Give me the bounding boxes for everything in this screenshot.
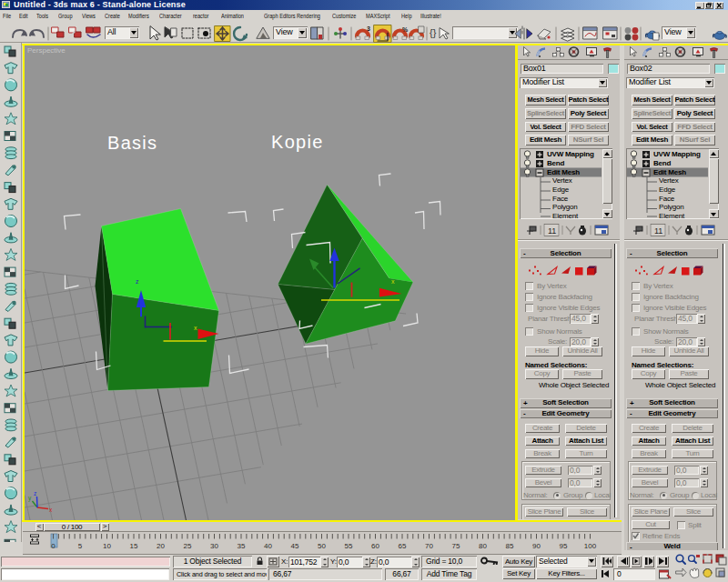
svg-text:25: 25 bbox=[183, 541, 191, 549]
svg-text:x: x bbox=[391, 278, 395, 285]
svg-text:z: z bbox=[136, 278, 139, 285]
svg-text:80: 80 bbox=[479, 541, 487, 549]
svg-text:95: 95 bbox=[559, 541, 567, 549]
svg-text:z: z bbox=[34, 490, 36, 497]
svg-text:15: 15 bbox=[129, 541, 137, 549]
svg-text:55: 55 bbox=[344, 541, 352, 549]
svg-text:11: 11 bbox=[548, 226, 556, 235]
svg-text:35: 35 bbox=[237, 541, 245, 549]
svg-text:75: 75 bbox=[451, 541, 460, 549]
svg-text:x: x bbox=[49, 507, 53, 513]
svg-text:60: 60 bbox=[371, 541, 379, 549]
svg-text:45: 45 bbox=[290, 541, 298, 549]
svg-text:70: 70 bbox=[425, 541, 433, 549]
svg-text:x: x bbox=[194, 325, 197, 331]
svg-text:85: 85 bbox=[505, 541, 513, 549]
svg-text:100: 100 bbox=[583, 541, 596, 549]
svg-text:65: 65 bbox=[398, 541, 406, 549]
svg-text:5: 5 bbox=[77, 541, 82, 549]
svg-text:40: 40 bbox=[264, 541, 272, 549]
svg-text:30: 30 bbox=[210, 541, 218, 549]
svg-text:50: 50 bbox=[318, 541, 326, 549]
svg-text:11: 11 bbox=[654, 226, 662, 235]
svg-text:20: 20 bbox=[157, 541, 165, 549]
svg-text:y: y bbox=[28, 495, 32, 502]
svg-text:90: 90 bbox=[532, 541, 541, 549]
svg-text:10: 10 bbox=[103, 541, 111, 549]
svg-text:0: 0 bbox=[51, 541, 56, 549]
